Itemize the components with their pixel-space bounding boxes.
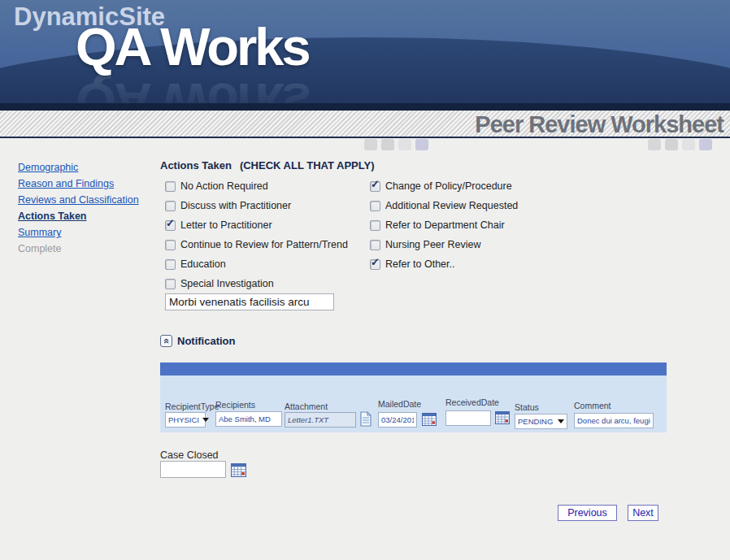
other-action-text-input[interactable] <box>165 293 334 310</box>
refer-to-other-checkbox[interactable]: ✓ <box>370 259 380 270</box>
recipients-field: Recipients <box>215 400 282 427</box>
sidebar-item-summary[interactable]: Summary <box>18 224 156 241</box>
special-investigation-checkbox[interactable]: ✓ <box>165 279 176 289</box>
checkbox-row: ✓ Additional Review Requested <box>370 196 518 215</box>
checkbox-row: ✓ Letter to Practitioner <box>165 215 348 235</box>
attachment-input[interactable] <box>285 412 356 428</box>
sidebar-item-complete: Complete <box>18 241 156 257</box>
checkbox-row: ✓ Refer to Other.. <box>370 254 518 274</box>
collapse-section-icon[interactable]: « <box>160 335 172 347</box>
sidebar-item-reviews-and-classification[interactable]: Reviews and Classification <box>18 192 156 208</box>
product-logo: QA Works <box>76 16 309 77</box>
check-icon: ✓ <box>166 218 175 228</box>
page-title: Peer Review Worksheet <box>475 111 723 138</box>
received-date-input[interactable] <box>445 410 491 426</box>
checkbox-label: Nursing Peer Review <box>385 239 480 250</box>
checkbox-label: Additional Review Requested <box>385 200 518 211</box>
status-field: Status PENDING <box>515 402 567 429</box>
checkbox-label: Discuss with Practitioner <box>180 200 291 211</box>
comment-input[interactable] <box>574 413 654 428</box>
actions-left-column: ✓ No Action Required ✓ Discuss with Prac… <box>165 176 348 293</box>
status-label: Status <box>515 402 567 412</box>
no-action-required-checkbox[interactable]: ✓ <box>165 181 176 192</box>
checkbox-row: ✓ Change of Policy/Procedure <box>370 176 518 196</box>
notification-title: Notification <box>177 335 236 347</box>
recipients-input[interactable] <box>215 411 282 427</box>
decor-square <box>415 139 428 150</box>
nursing-peer-review-checkbox[interactable]: ✓ <box>370 240 380 250</box>
checkbox-label: No Action Required <box>180 180 268 192</box>
decor-square <box>398 139 411 150</box>
recipient-type-value: PHYSICI <box>168 415 199 424</box>
refer-to-department-chair-checkbox[interactable]: ✓ <box>370 220 380 231</box>
case-closed-label: Case Closed <box>160 449 219 461</box>
calendar-icon <box>495 410 510 424</box>
previous-button[interactable]: Previous <box>558 505 617 521</box>
checkbox-row: ✓ Special Investigation <box>165 274 348 293</box>
peer-review-worksheet-page: DynamicSite QA Works QA Works Peer Revie… <box>0 0 730 560</box>
case-closed-date-input[interactable] <box>160 461 226 478</box>
mailed-date-calendar-button[interactable] <box>422 412 437 429</box>
checkbox-label: Letter to Practitioner <box>180 219 272 231</box>
checkbox-label: Refer to Department Chair <box>385 219 505 231</box>
received-date-field: ReceivedDate <box>445 397 499 426</box>
check-icon: ✓ <box>371 257 380 267</box>
status-value: PENDING <box>518 417 553 426</box>
notification-section-header: « Notification <box>160 335 236 347</box>
continue-to-review-checkbox[interactable]: ✓ <box>165 240 176 250</box>
mailed-date-label: MailedDate <box>378 399 421 409</box>
decor-square <box>381 139 394 150</box>
attachment-label: Attachment <box>285 402 356 411</box>
attachment-field: Attachment <box>285 402 356 428</box>
checkbox-label: Continue to Review for Pattern/Trend <box>180 239 348 250</box>
additional-review-requested-checkbox[interactable]: ✓ <box>370 201 380 211</box>
comment-label: Comment <box>574 401 654 410</box>
sidebar-nav: Demographic Reason and Findings Reviews … <box>18 159 156 257</box>
sidebar-item-demographic[interactable]: Demographic <box>18 159 156 176</box>
recipient-type-field: RecipientType PHYSICI <box>165 402 219 428</box>
discuss-with-practitioner-checkbox[interactable]: ✓ <box>165 201 176 211</box>
sidebar-item-reason-and-findings[interactable]: Reason and Findings <box>18 176 156 192</box>
notification-table-header-bar <box>160 362 667 376</box>
checkbox-label: Education <box>180 258 226 270</box>
actions-taken-title: Actions Taken <box>160 159 232 171</box>
notification-table-row: RecipientType PHYSICI Recipients Attachm… <box>160 376 667 432</box>
decor-square <box>682 139 695 150</box>
double-chevron-up-icon: « <box>161 338 172 344</box>
case-closed-calendar-button[interactable] <box>231 462 246 480</box>
view-attachment-button[interactable] <box>360 411 372 430</box>
change-of-policy-checkbox[interactable]: ✓ <box>370 181 380 192</box>
checkbox-label: Refer to Other.. <box>385 258 454 270</box>
checkbox-label: Special Investigation <box>180 278 274 289</box>
document-icon <box>360 411 372 427</box>
calendar-icon <box>231 462 246 477</box>
received-date-calendar-button[interactable] <box>495 410 510 428</box>
letter-to-practitioner-checkbox[interactable]: ✓ <box>165 220 176 231</box>
actions-right-column: ✓ Change of Policy/Procedure ✓ Additiona… <box>370 176 518 274</box>
mailed-date-input[interactable] <box>378 412 417 428</box>
recipient-type-label: RecipientType <box>165 402 219 411</box>
mailed-date-field: MailedDate <box>378 399 421 428</box>
app-header: DynamicSite QA Works QA Works <box>0 0 730 103</box>
sidebar-item-actions-taken[interactable]: Actions Taken <box>18 208 156 224</box>
comment-field: Comment <box>574 401 654 428</box>
decor-square <box>699 139 712 150</box>
checkbox-row: ✓ Education <box>165 254 348 274</box>
checkbox-row: ✓ No Action Required <box>165 176 348 196</box>
checkbox-row: ✓ Continue to Review for Pattern/Trend <box>165 235 348 254</box>
recipient-type-select[interactable]: PHYSICI <box>165 412 206 428</box>
checkbox-row: ✓ Nursing Peer Review <box>370 235 518 254</box>
title-bar: Peer Review Worksheet <box>0 111 730 138</box>
checkbox-row: ✓ Refer to Department Chair <box>370 215 518 235</box>
next-button[interactable]: Next <box>628 505 658 521</box>
decor-square <box>364 139 377 150</box>
education-checkbox[interactable]: ✓ <box>165 259 176 270</box>
checkbox-row: ✓ Discuss with Practitioner <box>165 196 348 215</box>
header-divider <box>0 103 730 111</box>
dropdown-arrow-icon <box>558 419 564 423</box>
calendar-icon <box>422 412 437 426</box>
recipients-label: Recipients <box>215 400 282 410</box>
decor-square <box>665 139 678 150</box>
checkbox-label: Change of Policy/Procedure <box>385 180 512 192</box>
status-select[interactable]: PENDING <box>515 414 567 429</box>
